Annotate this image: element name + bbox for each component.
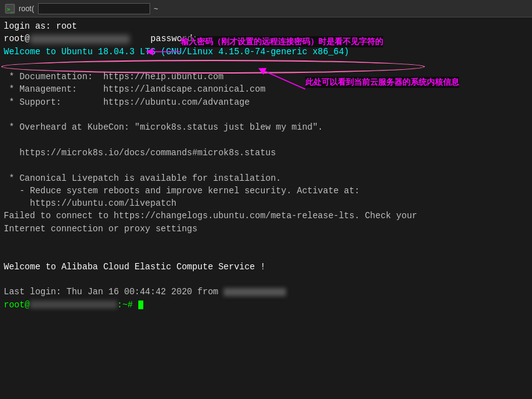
terminal-icon: >_ (5, 4, 15, 14)
line-empty-2 (4, 108, 528, 121)
line-failed1: Failed to connect to https://changelogs.… (4, 209, 528, 222)
svg-text:>_: >_ (7, 6, 14, 12)
line-prompt: root@:~# (4, 299, 528, 311)
terminal-window: >_ root( ~ login as: root root@ password… (0, 0, 532, 399)
line-livepatch-link: https://ubuntu.com/livepatch (4, 197, 528, 209)
line-overheard: * Overheard at KubeCon: "microk8s.status… (4, 121, 528, 133)
line-failed2: Internet connection or proxy settings (4, 223, 528, 235)
title-input[interactable] (38, 3, 150, 14)
line-empty-5 (4, 235, 528, 248)
line-empty-6 (4, 248, 528, 260)
line-livepatch-desc: - Reduce system reboots and improve kern… (4, 185, 528, 197)
line-empty-7 (4, 273, 528, 286)
title-prefix: root( (19, 4, 34, 13)
line-empty-1 (4, 58, 528, 70)
line-empty-3 (4, 134, 528, 147)
line-microk8s-link: https://microk8s.io/docs/commands#microk… (4, 147, 528, 159)
cursor (138, 300, 143, 309)
line-password: root@ password: (4, 32, 528, 45)
line-welcome: Welcome to Ubuntu 18.04.3 LTS (GNU/Linux… (4, 46, 528, 58)
title-tilde: ~ (154, 4, 158, 13)
line-last-login: Last login: Thu Jan 16 00:44:42 2020 fro… (4, 286, 528, 298)
line-doc3: * Support: https://ubuntu.com/advantage (4, 96, 528, 108)
line-empty-4 (4, 159, 528, 171)
line-login: login as: root (4, 20, 528, 32)
line-alibaba: Welcome to Alibaba Cloud Elastic Compute… (4, 261, 528, 273)
title-bar: >_ root( ~ (0, 0, 532, 17)
terminal-content: login as: root root@ password: Welcome t… (0, 17, 532, 399)
line-livepatch: * Canonical Livepatch is available for i… (4, 172, 528, 185)
line-doc2: * Management: https://landscape.canonica… (4, 83, 528, 95)
line-doc1: * Documentation: https://help.ubuntu.com (4, 70, 528, 83)
